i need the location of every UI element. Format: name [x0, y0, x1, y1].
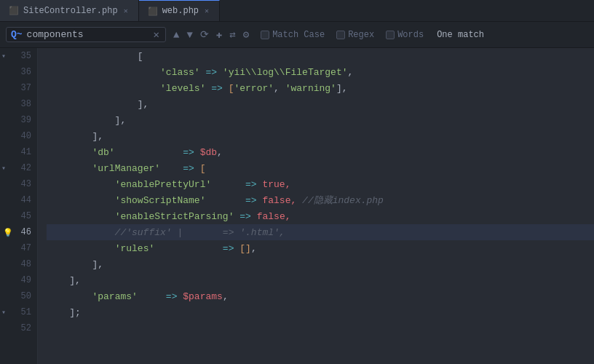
code-segment: ,: [217, 147, 223, 158]
code-line-49: ],: [47, 272, 594, 288]
code-segment: 'rules': [115, 243, 155, 254]
code-segment: ],: [47, 131, 103, 142]
code-segment: [: [200, 163, 206, 174]
code-segment: ,: [274, 83, 285, 94]
code-segment: ],: [47, 99, 148, 110]
refresh-icon[interactable]: ⟳: [199, 27, 210, 42]
code-segment: ,: [223, 291, 229, 302]
code-segment: =>: [234, 211, 256, 222]
search-options: Match Case Regex Words One match: [258, 28, 484, 41]
code-line-52: [47, 320, 594, 336]
fold-icon[interactable]: ▾: [1, 164, 6, 173]
tab-site-controller[interactable]: ⬛ SiteController.php ✕: [0, 0, 139, 21]
line-number: 41: [21, 147, 31, 157]
code-line-44: 'showScriptName' => false, //隐藏index.php: [47, 192, 594, 208]
code-segment: 'urlManager': [92, 163, 160, 174]
gutter-line-45: 45: [0, 208, 37, 224]
code-line-42: 'urlManager' => [: [47, 160, 594, 176]
tab-web-php[interactable]: ⬛ web.php ✕: [139, 0, 220, 21]
code-segment: 'error': [234, 83, 274, 94]
search-input[interactable]: [27, 29, 151, 40]
tab-label-active: web.php: [162, 6, 199, 16]
gutter-line-44: 44: [0, 192, 37, 208]
nav-up-icon[interactable]: ▲: [172, 28, 181, 42]
code-segment: [47, 179, 115, 190]
code-segment: 'yii\\log\\FileTarget': [223, 67, 348, 78]
search-clear-button[interactable]: ✕: [154, 30, 159, 40]
line-number: 38: [21, 99, 31, 109]
code-segment: 'warning': [285, 83, 336, 94]
code-segment: =>: [115, 147, 200, 158]
line-number: 49: [21, 275, 31, 285]
gutter-line-42: ▾42: [0, 160, 37, 176]
match-case-option[interactable]: Match Case: [258, 28, 328, 41]
code-line-37: 'levels' => ['error', 'warning'],: [47, 80, 594, 96]
line-number: 39: [21, 115, 31, 125]
code-segment: 'db': [92, 147, 114, 158]
line-number: 43: [21, 179, 31, 189]
code-segment: 'class': [47, 67, 200, 78]
code-segment: ,: [251, 243, 257, 254]
code-line-47: 'rules' => [],: [47, 240, 594, 256]
bulb-icon[interactable]: 💡: [3, 228, 13, 237]
code-line-39: ],: [47, 112, 594, 128]
code-segment: [47, 211, 115, 222]
gutter-line-35: ▾35: [0, 48, 37, 64]
code-segment: 'levels': [47, 83, 205, 94]
code-line-35: [: [47, 48, 594, 64]
code-line-38: ],: [47, 96, 594, 112]
code-line-43: 'enablePrettyUrl' => true,: [47, 176, 594, 192]
line-number: 44: [21, 195, 31, 205]
code-segment: true,: [262, 179, 290, 190]
code-segment: //隐藏index.php: [296, 194, 384, 207]
code-segment: =>: [154, 243, 239, 254]
match-case-checkbox[interactable]: [261, 31, 269, 39]
php-file-icon: ⬛: [9, 6, 19, 15]
regex-option[interactable]: Regex: [333, 28, 377, 41]
gutter-line-52: 52: [0, 320, 37, 336]
code-segment: =>: [211, 179, 262, 190]
code-line-48: ],: [47, 256, 594, 272]
tab-close-site-controller[interactable]: ✕: [122, 6, 130, 16]
replace-icon[interactable]: ⇄: [228, 27, 237, 42]
line-number: 36: [21, 67, 31, 77]
regex-checkbox[interactable]: [336, 31, 345, 39]
match-result: One match: [437, 30, 484, 40]
code-line-36: 'class' => 'yii\\log\\FileTarget',: [47, 64, 594, 80]
code-segment: 'enablePrettyUrl': [115, 179, 212, 190]
gutter-line-51: ▾51: [0, 304, 37, 320]
tab-label: SiteController.php: [23, 6, 118, 16]
line-number: 50: [21, 291, 31, 301]
fold-icon[interactable]: ▾: [1, 52, 6, 60]
fold-icon[interactable]: ▾: [1, 308, 6, 317]
code-line-40: ],: [47, 128, 594, 144]
add-icon[interactable]: ✚: [215, 27, 223, 42]
settings-icon[interactable]: ⚙: [242, 27, 250, 42]
line-number: 52: [21, 323, 31, 333]
gutter-line-36: 36: [0, 64, 37, 80]
nav-down-icon[interactable]: ▼: [185, 28, 194, 42]
gutter-line-49: 49: [0, 272, 37, 288]
gutter-line-37: 37: [0, 80, 37, 96]
line-number: 42: [21, 163, 31, 173]
words-checkbox[interactable]: [386, 31, 395, 39]
gutter-line-47: 47: [0, 240, 37, 256]
gutter-line-39: 39: [0, 112, 37, 128]
code-segment: [47, 291, 92, 302]
code-segment: [47, 147, 92, 158]
code-segment: =>: [138, 291, 183, 302]
code-segment: [47, 195, 115, 206]
line-number: 35: [21, 51, 31, 61]
code-segment: =>: [160, 163, 200, 174]
code-segment: [: [229, 83, 234, 94]
line-number: 37: [21, 83, 31, 93]
line-number: 46: [21, 227, 31, 237]
match-case-label: Match Case: [272, 30, 325, 40]
gutter-line-48: 48: [0, 256, 37, 272]
code-content[interactable]: [ 'class' => 'yii\\log\\FileTarget', 'le…: [38, 48, 594, 364]
code-segment: =>: [205, 195, 262, 206]
code-segment: 'enableStrictParsing': [115, 211, 234, 222]
words-option[interactable]: Words: [383, 28, 427, 41]
tab-close-web-php[interactable]: ✕: [203, 6, 210, 16]
code-segment: [47, 163, 92, 174]
